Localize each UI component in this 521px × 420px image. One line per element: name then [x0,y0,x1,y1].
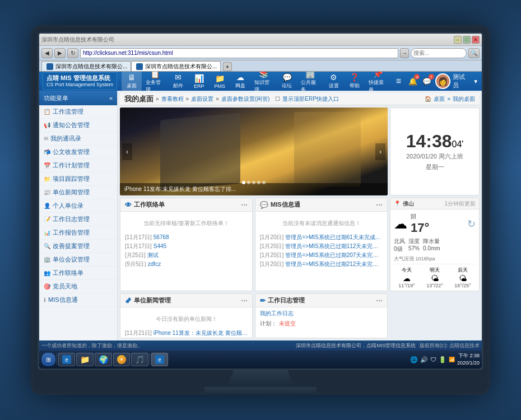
home-icon[interactable]: 🏠 [425,96,431,102]
search-go-button[interactable]: 🔍 [468,48,480,58]
mis-info-item-4[interactable]: [1月20日] 管理员=>MIS系统已过期212天未完成项目提醒：您的项... [260,260,383,269]
work-contacts-text-4[interactable]: zdfcz [148,261,161,267]
taskbar-active-browser[interactable]: e [151,353,168,366]
message-button[interactable]: 💬 7 [421,75,432,87]
tray-shield-icon[interactable]: 🛡 [430,356,436,363]
close-button[interactable]: ✕ [472,36,480,44]
work-contacts-text-1[interactable]: 56768 [153,234,169,240]
tray-network-icon[interactable]: 🌐 [410,356,418,363]
refresh-button[interactable]: ↻ [67,48,78,58]
taskbar-app-media[interactable]: 🎵 [131,353,148,366]
back-button[interactable]: ◀ [41,48,53,58]
sidebar-item-workflow[interactable]: 📋 工作流管理 [39,105,117,119]
work-contacts-item-4[interactable]: (9月5日) zdfcz [125,260,248,269]
work-contacts-date-4: (9月5日) [125,260,146,268]
breadcrumb-tutorial[interactable]: 查看教程 [161,95,184,103]
sidebar-item-contacts[interactable]: ✉ 我的通讯录 [39,132,117,146]
search-input[interactable] [411,48,467,58]
go-button[interactable]: → [400,48,409,58]
mis-info-item-1[interactable]: [1月20日] 管理员=>MIS系统已过期61天未完成项目提醒：您的项... [260,233,383,242]
sidebar-item-news[interactable]: 📰 单位新闻管理 [39,186,117,199]
sidebar-item-notice[interactable]: 📢 通知公告管理 [39,119,117,132]
nav-help[interactable]: ❓ 帮助 [345,72,365,91]
new-tab-button[interactable]: + [223,62,232,71]
nav-settings[interactable]: ⚙ 设置 [324,72,344,91]
sidebar-item-misinfo[interactable]: ℹ MIS信息通 [39,293,117,307]
banner-prev-button[interactable]: ‹ [122,143,132,160]
sidebar-item-project[interactable]: 📁 项目跟踪管理 [39,172,117,186]
sidebar-item-improvement[interactable]: 🔍 改善提案管理 [39,240,117,253]
work-contacts-text-3[interactable]: 测试 [147,251,159,259]
work-log-link[interactable]: 我的工作日志 [260,310,294,316]
breadcrumb-checkbox[interactable]: ☐ [275,96,280,102]
sidebar-item-worklink[interactable]: 👥 工作联络单 [39,267,117,280]
banner-next-button[interactable]: › [375,143,385,160]
work-contacts-item-1[interactable]: [11月17日] 56768 [125,233,248,242]
nav-desktop-label: 桌面 [127,82,137,90]
tray-battery-icon[interactable]: 🔋 [439,356,446,363]
taskbar-app-folder[interactable]: 📁 [76,353,94,366]
minimize-button[interactable]: ─ [454,36,462,44]
nav-cloud[interactable]: ☁ 网盘 [230,72,250,91]
maximize-button[interactable]: □ [463,36,471,44]
breadcrumb-deskparams[interactable]: 桌面参数设置(闲管) [221,95,270,103]
nav-desktop[interactable]: 🖥 桌面 [122,72,142,91]
sidebar-item-worklog[interactable]: 📝 工作日志管理 [39,213,117,226]
tab-2[interactable]: 深圳市点睛信息技术有限公... ✕ [131,61,221,71]
weather-refresh-icon[interactable]: ↻ [467,218,476,230]
work-contacts-item-3[interactable]: [月25日] 测试 [125,251,248,260]
mis-info-text-1[interactable]: 管理员=>MIS系统已过期61天未完成项目提醒：您的项... [285,234,383,241]
tab-1[interactable]: 深圳市点睛信息技术有限公... ✕ [41,61,131,71]
sidebar-item-personnel[interactable]: 👤 个人单位录 [39,199,117,213]
unit-news-more[interactable]: ··· [241,296,248,305]
work-contacts-more[interactable]: ··· [241,200,248,209]
sidebar-item-workreport[interactable]: 📊 工作报告管理 [39,226,117,240]
nav-erp[interactable]: 📊 ERP [189,73,209,90]
banner-element-1 [160,113,240,190]
forward-button[interactable]: ▶ [54,48,66,58]
mis-info-item-3[interactable]: [1月20日] 管理员=>MIS系统已过期207天未完成项目提醒：您的项... [260,251,383,260]
breadcrumb-sep: » [156,96,159,102]
taskbar-app-chrome[interactable]: 🌍 [95,353,112,366]
user-dropdown-icon[interactable]: ▼ [473,78,478,85]
sidebar-item-meeting[interactable]: 🏢 单位会议管理 [39,253,117,267]
mis-info-text-3[interactable]: 管理员=>MIS系统已过期207天未完成项目提醒：您的项... [285,251,383,259]
sidebar-item-workplan[interactable]: 📅 工作计划管理 [39,159,117,172]
notification-badge: 4 [414,74,420,80]
url-input[interactable] [80,48,398,58]
menu-toggle-button[interactable]: ≡ [393,75,404,87]
tab-2-close[interactable]: ✕ [220,63,221,69]
tray-volume-icon[interactable]: 🔊 [420,356,428,363]
start-button[interactable]: ⊞ [41,353,55,366]
unit-news-text-1[interactable]: iPhone 11算发：未见拔长龙 黄位顾客忘了排... [153,329,248,337]
mis-info-more[interactable]: ··· [376,200,383,209]
banner-widget: ‹ › iPhone 11发布:未见拔长龙 黄位顾客忘了排... [120,108,388,195]
nav-pms[interactable]: 📁 PMS [210,73,230,90]
work-log-more[interactable]: ··· [376,296,383,305]
sidebar-collapse-button[interactable]: « [109,95,113,101]
taskbar-app-ie[interactable]: e [58,353,75,366]
nav-mail[interactable]: ✉ 邮件 [168,72,188,91]
banner-dot-1[interactable] [242,181,245,184]
breadcrumb-desksettings[interactable]: 桌面设置 [191,95,213,103]
breadcrumb-erp[interactable]: 显示顶部ERP快捷入口 [282,95,339,103]
taskbar-app-sun[interactable]: ☀ [113,353,130,366]
sidebar-item-docmgmt[interactable]: 📬 公文收发管理 [39,146,117,159]
work-contacts-item-2[interactable]: [11月17日] S445 [125,242,248,251]
sidebar-item-party[interactable]: 🎯 党员天地 [39,280,117,293]
tab-favicon-1 [46,63,53,70]
nav-mail-label: 邮件 [173,82,183,90]
notification-button[interactable]: 🔔 4 [407,75,418,87]
breadcrumb-home[interactable]: 桌面 [434,95,445,103]
nav-forum[interactable]: 💬 论坛 [277,72,297,91]
unit-news-item-1[interactable]: [11月21日] iPhone 11算发：未见拔长龙 黄位顾客忘了排... [125,329,248,338]
banner-dot-4[interactable] [257,181,260,184]
banner-dot-2[interactable] [247,181,250,184]
banner-dot-3[interactable] [252,181,255,184]
mis-info-text-2[interactable]: 管理员=>MIS系统已过期112天未完成项目提醒：您的项... [285,242,383,250]
mis-info-text-4[interactable]: 管理员=>MIS系统已过期212天未完成项目提醒：您的项... [285,260,383,268]
banner-dot-5[interactable] [262,181,266,184]
user-avatar[interactable]: 👩 [435,73,450,89]
work-contacts-text-2[interactable]: S445 [153,243,166,249]
mis-info-item-2[interactable]: [1月20日] 管理员=>MIS系统已过期112天未完成项目提醒：您的项... [260,242,383,251]
